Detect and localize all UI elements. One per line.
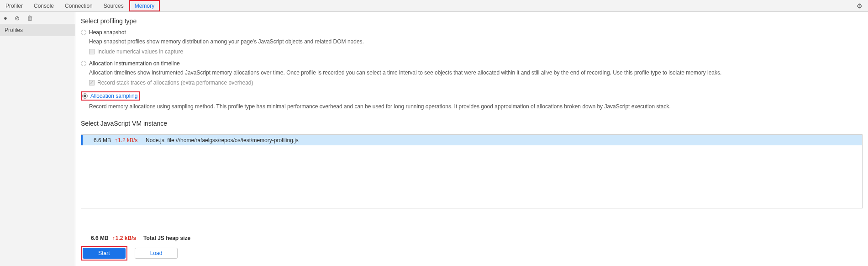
vm-section: Select JavaScript VM instance 6.6 MB 1.2… (81, 120, 863, 229)
vm-name: Node.js: file:///home/rafaelgss/repos/os… (146, 137, 299, 144)
sidebar-toolbar: ● ⊘ 🗑 (0, 12, 75, 24)
tab-sources[interactable]: Sources (98, 0, 129, 11)
highlight-memory-tab: Memory (129, 0, 160, 11)
checkbox-numerical[interactable] (89, 49, 95, 54)
tab-connection[interactable]: Connection (59, 0, 98, 11)
delete-icon[interactable]: 🗑 (27, 15, 33, 21)
devtools-tabs: Profiler Console Connection Sources Memo… (0, 0, 160, 11)
start-button[interactable]: Start (83, 248, 126, 259)
tab-profiler[interactable]: Profiler (0, 0, 28, 11)
option-heap-snapshot: Heap snapshot Heap snapshot profiles sho… (81, 29, 863, 55)
heap-label: Total JS heap size (143, 235, 190, 241)
vm-instance-list: 6.6 MB 1.2 kB/s Node.js: file:///home/ra… (81, 134, 863, 208)
sub-option-numerical: Include numerical values in capture (89, 48, 863, 55)
highlight-allocation-sampling: Allocation sampling (81, 91, 140, 101)
highlight-start-button: Start (81, 246, 127, 261)
vm-instance-row[interactable]: 6.6 MB 1.2 kB/s Node.js: file:///home/ra… (81, 135, 862, 145)
profiling-type-title: Select profiling type (81, 17, 863, 25)
sidebar-item-profiles[interactable]: Profiles (0, 24, 75, 36)
option-desc: Allocation timelines show instrumented J… (89, 69, 863, 77)
vm-size: 6.6 MB (86, 137, 111, 144)
option-allocation-sampling: Allocation sampling Record memory alloca… (81, 91, 863, 111)
load-button[interactable]: Load (135, 248, 178, 259)
option-label[interactable]: Allocation instrumentation on timeline (89, 60, 180, 67)
footer-buttons: Start Load (81, 246, 863, 261)
vm-rate: 1.2 kB/s (115, 137, 142, 144)
footer: 6.6 MB 1.2 kB/s Total JS heap size Start… (81, 233, 863, 261)
heap-size: 6.6 MB (91, 235, 109, 241)
footer-stats: 6.6 MB 1.2 kB/s Total JS heap size (81, 233, 863, 246)
vm-title: Select JavaScript VM instance (81, 120, 863, 127)
tab-memory[interactable]: Memory (135, 1, 154, 11)
sidebar: ● ⊘ 🗑 Profiles (0, 12, 75, 266)
heap-rate: 1.2 kB/s (112, 235, 136, 241)
radio-allocation-timeline[interactable] (81, 61, 86, 66)
option-label[interactable]: Heap snapshot (89, 29, 126, 36)
option-desc: Record memory allocations using sampling… (89, 102, 863, 111)
tab-console[interactable]: Console (28, 0, 59, 11)
sub-label: Include numerical values in capture (97, 48, 183, 55)
radio-allocation-sampling[interactable] (82, 93, 88, 99)
option-label[interactable]: Allocation sampling (90, 93, 137, 99)
gear-icon[interactable]: ⚙ (855, 2, 864, 10)
radio-heap-snapshot[interactable] (81, 30, 86, 35)
checkbox-stack-traces[interactable] (89, 80, 95, 85)
sub-label: Record stack traces of allocations (extr… (97, 80, 253, 86)
main-area: ● ⊘ 🗑 Profiles Select profiling type Hea… (0, 12, 868, 266)
sub-option-stack-traces: Record stack traces of allocations (extr… (89, 80, 863, 86)
option-desc: Heap snapshot profiles show memory distr… (89, 37, 863, 46)
devtools-topbar: Profiler Console Connection Sources Memo… (0, 0, 868, 12)
content-area: Select profiling type Heap snapshot Heap… (75, 12, 868, 266)
option-allocation-timeline: Allocation instrumentation on timeline A… (81, 60, 863, 86)
clear-icon[interactable]: ⊘ (15, 15, 20, 21)
record-icon[interactable]: ● (4, 15, 7, 21)
